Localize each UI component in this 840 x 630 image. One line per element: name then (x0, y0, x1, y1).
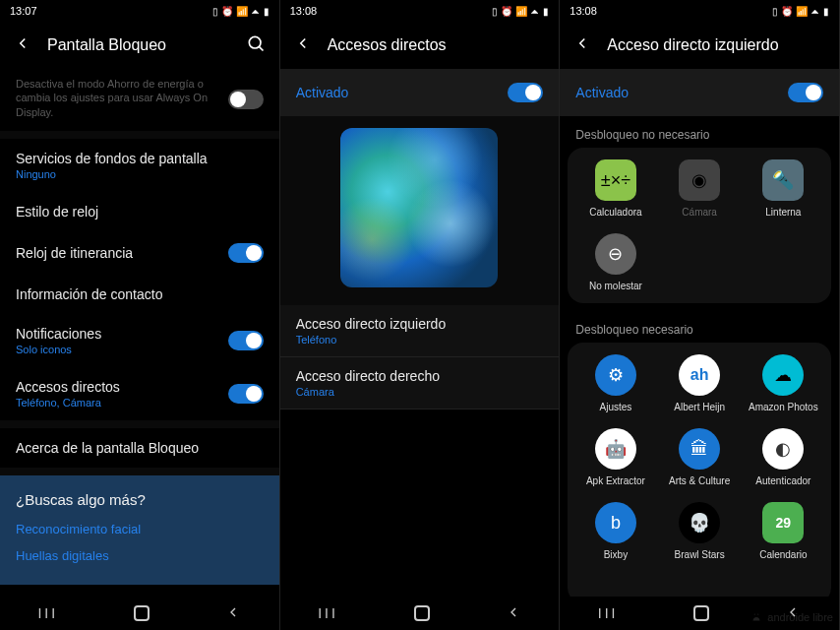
dnd-icon: ⊖ (595, 233, 636, 275)
brawl-stars-icon: 💀 (679, 502, 720, 543)
activado-bar: Activado (280, 69, 560, 116)
header: Pantalla Bloqueo (0, 22, 279, 69)
page-title: Pantalla Bloqueo (47, 36, 230, 54)
no-unlock-grid: ±×÷Calculadora ◉Cámara 🔦Linterna ⊖No mol… (568, 148, 831, 303)
back-icon[interactable] (14, 34, 31, 56)
app-brawl-stars[interactable]: 💀Brawl Stars (660, 498, 740, 564)
page-title: Acceso directo izquierdo (607, 36, 825, 54)
bixby-icon: b (595, 502, 636, 543)
app-apk-extractor[interactable]: 🤖Apk Extractor (575, 424, 655, 490)
status-time: 13:08 (570, 5, 597, 17)
contact-info-item[interactable]: Información de contacto (0, 275, 279, 314)
nav-recents[interactable]: III (37, 605, 58, 621)
more-title: ¿Buscas algo más? (16, 491, 264, 508)
left-shortcut-item[interactable]: Acceso directo izquierdo Teléfono (280, 305, 560, 357)
activado-label: Activado (296, 85, 349, 100)
svg-point-0 (249, 36, 261, 48)
clock-style-item[interactable]: Estilo de reloj (0, 192, 279, 231)
status-icons: ▯⏰📶⏶▮ (212, 6, 270, 17)
lockscreen-preview (280, 116, 560, 305)
notifications-toggle[interactable] (228, 331, 264, 350)
albert-heijn-icon: ah (679, 354, 720, 396)
flashlight-icon: 🔦 (762, 159, 804, 201)
activado-toggle[interactable] (788, 83, 823, 102)
nav-recents[interactable]: III (598, 605, 619, 621)
header: Acceso directo izquierdo (560, 22, 839, 69)
roaming-clock-item[interactable]: Reloj de itinerancia (0, 231, 279, 275)
app-flashlight[interactable]: 🔦Linterna (744, 156, 823, 221)
aod-disabled-row: Desactiva el modo Ahorro de energía o ca… (0, 69, 279, 131)
nav-back[interactable] (225, 604, 241, 623)
status-time: 13:07 (10, 5, 37, 17)
content: Activado Acceso directo izquierdo Teléfo… (280, 69, 560, 597)
nav-back[interactable] (506, 604, 521, 623)
amazon-photos-icon: ☁ (762, 354, 804, 396)
apk-extractor-icon: 🤖 (595, 428, 636, 470)
phone-left-shortcut-picker: 13:08 ▯⏰📶⏶▮ Acceso directo izquierdo Act… (560, 0, 840, 630)
nav-home[interactable] (693, 605, 709, 621)
wallpaper-preview (340, 128, 498, 287)
phone-lockscreen-settings: 13:07 ▯⏰📶⏶▮ Pantalla Bloqueo Desactiva e… (0, 0, 280, 630)
activado-toggle[interactable] (508, 83, 543, 102)
settings-icon: ⚙ (595, 354, 636, 396)
status-time: 13:08 (290, 5, 318, 17)
section-unlock: Desbloqueo necesario (560, 311, 839, 343)
aod-toggle (228, 90, 264, 109)
unlock-grid: ⚙Ajustes ahAlbert Heijn ☁Amazon Photos 🤖… (568, 343, 831, 597)
nav-bar: III (0, 597, 279, 630)
app-dnd[interactable]: ⊖No molestar (575, 229, 655, 295)
content: Desactiva el modo Ahorro de energía o ca… (0, 69, 279, 597)
shortcut-list: Acceso directo izquierdo Teléfono Acceso… (280, 305, 560, 410)
app-authenticator[interactable]: ◐Autenticador (744, 424, 823, 490)
looking-for-more-card: ¿Buscas algo más? Reconocimiento facial … (0, 475, 279, 585)
calculator-icon: ±×÷ (595, 159, 636, 201)
status-icons: ▯⏰📶⏶▮ (772, 6, 829, 17)
nav-home[interactable] (414, 605, 430, 621)
content: Activado Desbloqueo no necesario ±×÷Calc… (560, 69, 839, 597)
status-bar: 13:08 ▯⏰📶⏶▮ (280, 0, 560, 22)
phone-shortcuts: 13:08 ▯⏰📶⏶▮ Accesos directos Activado Ac… (280, 0, 561, 630)
status-bar: 13:08 ▯⏰📶⏶▮ (560, 0, 839, 22)
watermark: androide libre (750, 610, 833, 624)
back-icon[interactable] (573, 34, 591, 56)
notifications-item[interactable]: Notificaciones Solo iconos (0, 314, 279, 367)
app-amazon-photos[interactable]: ☁Amazon Photos (744, 350, 823, 416)
app-camera[interactable]: ◉Cámara (660, 156, 740, 221)
aod-hint-text: Desactiva el modo Ahorro de energía o ca… (0, 69, 228, 131)
nav-recents[interactable]: III (318, 605, 338, 621)
search-icon[interactable] (246, 33, 266, 57)
header: Accesos directos (280, 22, 560, 69)
section-no-unlock: Desbloqueo no necesario (560, 116, 839, 148)
svg-line-1 (259, 46, 263, 50)
nav-bar: III (280, 597, 560, 630)
status-icons: ▯⏰📶⏶▮ (492, 6, 549, 17)
wallpaper-services-item[interactable]: Servicios de fondos de pantalla Ninguno (0, 139, 279, 192)
face-recognition-link[interactable]: Reconocimiento facial (16, 516, 264, 542)
shortcuts-toggle[interactable] (228, 384, 264, 404)
roaming-clock-toggle[interactable] (228, 243, 264, 263)
app-bixby[interactable]: bBixby (575, 498, 655, 564)
right-shortcut-item[interactable]: Acceso directo derecho Cámara (280, 357, 560, 410)
activado-bar: Activado (560, 69, 839, 116)
authenticator-icon: ◐ (762, 428, 804, 470)
page-title: Accesos directos (328, 36, 546, 54)
app-ajustes[interactable]: ⚙Ajustes (575, 350, 655, 416)
nav-home[interactable] (134, 605, 150, 621)
activado-label: Activado (575, 85, 629, 100)
app-arts-culture[interactable]: 🏛Arts & Culture (660, 424, 740, 490)
shortcuts-item[interactable]: Accesos directos Teléfono, Cámara (0, 367, 279, 420)
back-icon[interactable] (294, 34, 312, 56)
camera-icon: ◉ (679, 159, 720, 201)
app-calendar[interactable]: 29Calendario (744, 498, 823, 564)
fingerprints-link[interactable]: Huellas digitales (16, 542, 264, 569)
calendar-icon: 29 (762, 502, 804, 543)
app-calculator[interactable]: ±×÷Calculadora (575, 156, 655, 221)
about-lockscreen-item[interactable]: Acerca de la pantalla Bloqueo (0, 428, 279, 468)
status-bar: 13:07 ▯⏰📶⏶▮ (0, 0, 279, 22)
arts-culture-icon: 🏛 (679, 428, 720, 470)
app-albert-heijn[interactable]: ahAlbert Heijn (660, 350, 740, 416)
